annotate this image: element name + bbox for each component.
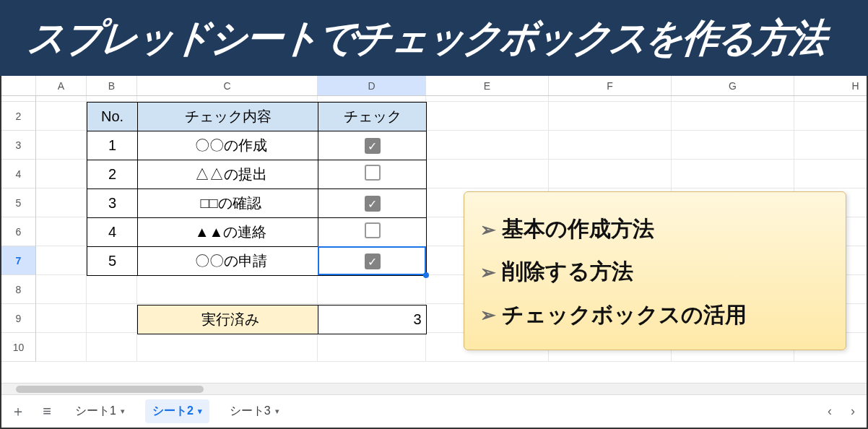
col-header-E[interactable]: E (426, 76, 549, 95)
row-header-9[interactable]: 9 (1, 304, 36, 333)
tab-label: シート2 (152, 404, 194, 419)
chevron-down-icon[interactable]: ▾ (198, 407, 202, 416)
scrollbar-thumb[interactable] (16, 386, 204, 393)
table-row: 3□□の確認✓ (87, 189, 427, 218)
spreadsheet: A B C D E F G H 2 3 4 5 6 7 8 9 10 (0, 76, 868, 429)
row-header-6[interactable]: 6 (1, 217, 36, 246)
cell-no[interactable]: 4 (87, 218, 138, 247)
cell-body[interactable]: ▲▲の連絡 (138, 218, 318, 247)
cell-chk[interactable] (318, 218, 427, 247)
col-header-D[interactable]: D (318, 76, 426, 95)
checkbox-icon[interactable]: ✓ (365, 138, 381, 154)
tab-scroll-left[interactable]: ‹ (825, 404, 835, 419)
table-header-row: No. チェック内容 チェック (87, 103, 427, 131)
col-header-F[interactable]: F (549, 76, 672, 95)
callout-text: チェックボックスの活用 (502, 300, 747, 330)
row-header-7[interactable]: 7 (1, 246, 36, 275)
chevron-icon: ➢ (480, 306, 496, 324)
tab-sheet1[interactable]: シート1 ▾ (68, 399, 132, 423)
summary-value[interactable]: 3 (318, 306, 426, 334)
row-header-5[interactable]: 5 (1, 188, 36, 217)
cell-body[interactable]: □□の確認 (138, 189, 318, 218)
col-header-C[interactable]: C (137, 76, 318, 95)
th-body[interactable]: チェック内容 (138, 103, 318, 131)
table-row: 5〇〇の申請✓ (87, 247, 427, 276)
grid[interactable]: A B C D E F G H 2 3 4 5 6 7 8 9 10 (1, 76, 867, 383)
cell-chk[interactable]: ✓ (318, 189, 427, 218)
table-row: 1〇〇の作成✓ (87, 131, 427, 160)
checkbox-icon[interactable] (365, 222, 381, 238)
checkbox-icon[interactable] (365, 165, 381, 181)
callout-item: ➢ 基本の作成方法 (480, 214, 831, 244)
tab-scroll-right[interactable]: › (848, 404, 858, 419)
row-header-10[interactable]: 10 (1, 333, 36, 362)
select-all-corner[interactable] (1, 76, 36, 95)
cell-no[interactable]: 2 (87, 160, 138, 189)
checkbox-icon[interactable]: ✓ (365, 254, 381, 269)
chevron-icon: ➢ (480, 263, 496, 282)
chevron-down-icon[interactable]: ▾ (275, 407, 279, 416)
th-chk[interactable]: チェック (318, 103, 427, 131)
cell-chk[interactable]: ✓ (318, 247, 427, 276)
checklist-table: No. チェック内容 チェック 1〇〇の作成✓ 2△△の提出 3□□の確認✓ 4… (87, 102, 427, 334)
cell-no[interactable]: 5 (87, 247, 138, 276)
active-cell-handle[interactable] (423, 272, 429, 278)
cell-body[interactable]: △△の提出 (138, 160, 318, 189)
title-banner: スプレッドシートでチェックボックスを作る方法 (0, 0, 868, 76)
row-header-8[interactable]: 8 (1, 275, 36, 304)
checkbox-icon[interactable]: ✓ (365, 196, 381, 212)
title-text: スプレッドシートでチェックボックスを作る方法 (25, 0, 829, 76)
tab-label: シート1 (75, 404, 116, 419)
cell-no[interactable]: 3 (87, 189, 138, 218)
callout-box: ➢ 基本の作成方法 ➢ 削除する方法 ➢ チェックボックスの活用 (464, 191, 846, 350)
col-header-H[interactable]: H (794, 76, 867, 95)
cell-no[interactable]: 1 (87, 131, 138, 160)
table-row: 2△△の提出 (87, 160, 427, 189)
chevron-down-icon[interactable]: ▾ (121, 407, 125, 416)
col-header-A[interactable]: A (36, 76, 87, 95)
col-header-G[interactable]: G (672, 76, 794, 95)
column-header-row: A B C D E F G H (1, 76, 867, 96)
row-header-4[interactable]: 4 (1, 160, 36, 188)
table-row: 4▲▲の連絡 (87, 218, 427, 247)
chevron-icon: ➢ (480, 220, 496, 239)
all-sheets-button[interactable]: ≡ (39, 403, 55, 420)
tab-sheet2[interactable]: シート2 ▾ (145, 399, 209, 423)
th-no[interactable]: No. (87, 103, 138, 131)
cell-chk[interactable]: ✓ (318, 131, 427, 160)
tab-label: シート3 (230, 404, 271, 419)
cell-body[interactable]: 〇〇の申請 (138, 247, 318, 276)
summary-row: 実行済み 3 (87, 306, 426, 334)
callout-text: 基本の作成方法 (502, 214, 654, 244)
col-header-B[interactable]: B (87, 76, 137, 95)
horizontal-scrollbar[interactable] (1, 383, 867, 394)
row-header-3[interactable]: 3 (1, 131, 36, 160)
callout-item: ➢ 削除する方法 (480, 257, 831, 287)
cell-chk[interactable] (318, 160, 427, 189)
tab-sheet3[interactable]: シート3 ▾ (222, 399, 287, 423)
row-header-2[interactable]: 2 (1, 102, 36, 131)
callout-text: 削除する方法 (502, 257, 633, 287)
sheet-tab-bar: ＋ ≡ シート1 ▾ シート2 ▾ シート3 ▾ ‹ › (1, 394, 867, 428)
row-1-sliver (1, 96, 867, 102)
callout-item: ➢ チェックボックスの活用 (480, 300, 831, 330)
add-sheet-button[interactable]: ＋ (10, 402, 26, 421)
summary-label[interactable]: 実行済み (137, 306, 318, 334)
cell-body[interactable]: 〇〇の作成 (138, 131, 318, 160)
